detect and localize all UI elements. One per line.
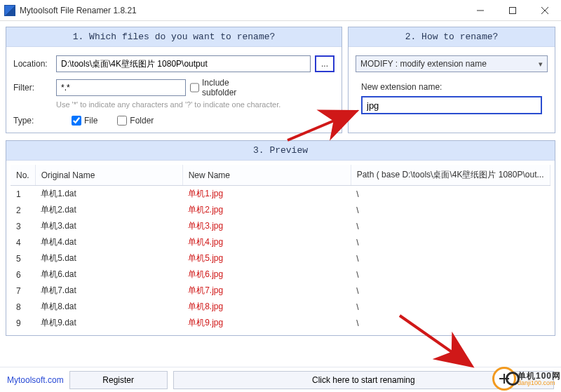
include-subfolder-checkbox[interactable]: Include subfolder	[190, 78, 229, 97]
vendor-link[interactable]: Mytoolsoft.com	[7, 375, 64, 385]
panel-preview: 3. Preview No. Original Name New Name Pa…	[6, 140, 555, 336]
location-label: Location:	[13, 59, 52, 69]
panel-how-title: 2. How to rename?	[349, 27, 555, 47]
cell-newname: 单机4.jpg	[182, 234, 351, 250]
include-subfolder-input[interactable]	[190, 83, 199, 93]
cell-original: 单机6.dat	[35, 266, 182, 283]
col-path-header[interactable]: Path ( base D:\tools\桌面\4K壁纸图片 1080P\out…	[351, 165, 550, 186]
table-row[interactable]: 3单机3.dat单机3.jpg\	[11, 218, 550, 234]
cell-newname: 单机2.jpg	[182, 202, 351, 218]
table-row[interactable]: 9单机9.dat单机9.jpg\	[11, 315, 550, 331]
type-file-label: File	[84, 116, 97, 126]
new-extension-label: New extension name:	[361, 82, 548, 92]
start-renaming-button[interactable]: Click here to start renaming	[173, 371, 554, 389]
cell-no: 5	[11, 250, 35, 266]
cell-path: \	[351, 315, 550, 331]
cell-original: 单机5.dat	[35, 250, 182, 266]
cell-no: 1	[11, 186, 35, 203]
cell-newname: 单机6.jpg	[182, 266, 351, 283]
cell-newname: 单机5.jpg	[182, 250, 351, 266]
cell-path: \	[351, 234, 550, 250]
cell-newname: 单机9.jpg	[182, 315, 351, 331]
type-folder-label: Folder	[130, 116, 154, 126]
cell-original: 单机3.dat	[35, 218, 182, 234]
table-row[interactable]: 1单机1.dat单机1.jpg\	[11, 186, 550, 203]
cell-no: 9	[11, 315, 35, 331]
cell-newname: 单机8.jpg	[182, 299, 351, 315]
svg-rect-1	[510, 7, 516, 13]
col-original-header[interactable]: Original Name	[35, 165, 182, 186]
cell-path: \	[351, 218, 550, 234]
cell-original: 单机2.dat	[35, 202, 182, 218]
cell-path: \	[351, 186, 550, 203]
register-button[interactable]: Register	[69, 371, 168, 389]
table-row[interactable]: 2单机2.dat单机2.jpg\	[11, 202, 550, 218]
panel-select-files-title: 1. Which files do you want to rename?	[6, 27, 342, 47]
include-subfolder-label: Include subfolder	[202, 78, 236, 97]
rename-mode-value: MODIFY : modify extension name	[360, 59, 487, 69]
type-folder-input[interactable]	[117, 116, 127, 126]
col-newname-header[interactable]: New Name	[182, 165, 351, 186]
cell-no: 4	[11, 234, 35, 250]
title-bar: Mytoolsoft File Renamer 1.8.21	[0, 0, 561, 21]
filter-label: Filter:	[13, 83, 52, 93]
minimize-button[interactable]	[464, 0, 496, 20]
cell-original: 单机7.dat	[35, 283, 182, 299]
cell-no: 6	[11, 266, 35, 283]
maximize-button[interactable]	[496, 0, 529, 20]
cell-no: 7	[11, 283, 35, 299]
close-button[interactable]	[529, 0, 561, 20]
cell-path: \	[351, 266, 550, 283]
app-icon	[4, 5, 15, 16]
rename-mode-select[interactable]: MODIFY : modify extension name ▾	[356, 55, 548, 72]
window-title: Mytoolsoft File Renamer 1.8.21	[20, 6, 464, 15]
cell-original: 单机9.dat	[35, 315, 182, 331]
panel-preview-title: 3. Preview	[6, 141, 555, 161]
table-row[interactable]: 4单机4.dat单机4.jpg\	[11, 234, 550, 250]
type-label: Type:	[13, 116, 52, 126]
col-no-header[interactable]: No.	[11, 165, 35, 186]
cell-original: 单机4.dat	[35, 234, 182, 250]
cell-no: 8	[11, 299, 35, 315]
cell-newname: 单机1.jpg	[182, 186, 351, 203]
panel-how-to-rename: 2. How to rename? MODIFY : modify extens…	[348, 27, 555, 133]
cell-path: \	[351, 202, 550, 218]
footer: Mytoolsoft.com Register Click here to st…	[0, 367, 561, 392]
type-file-checkbox[interactable]: File	[72, 116, 97, 126]
cell-original: 单机8.dat	[35, 299, 182, 315]
table-row[interactable]: 6单机6.dat单机6.jpg\	[11, 266, 550, 283]
cell-path: \	[351, 299, 550, 315]
table-row[interactable]: 8单机8.dat单机8.jpg\	[11, 299, 550, 315]
panel-select-files: 1. Which files do you want to rename? Lo…	[6, 27, 342, 133]
cell-path: \	[351, 283, 550, 299]
type-file-input[interactable]	[72, 116, 81, 126]
cell-path: \	[351, 250, 550, 266]
filter-hint: Use '*' to indicate any characters and '…	[56, 100, 334, 109]
type-folder-checkbox[interactable]: Folder	[117, 116, 154, 126]
preview-table: No. Original Name New Name Path ( base D…	[11, 165, 550, 331]
table-row[interactable]: 7单机7.dat单机7.jpg\	[11, 283, 550, 299]
chevron-down-icon: ▾	[539, 60, 543, 69]
table-row[interactable]: 5单机5.dat单机5.jpg\	[11, 250, 550, 266]
cell-no: 3	[11, 218, 35, 234]
cell-no: 2	[11, 202, 35, 218]
filter-input[interactable]	[56, 79, 186, 96]
browse-button[interactable]: ...	[315, 55, 334, 72]
cell-newname: 单机7.jpg	[182, 283, 351, 299]
new-extension-input[interactable]	[361, 96, 542, 114]
cell-original: 单机1.dat	[35, 186, 182, 203]
location-input[interactable]	[56, 55, 311, 72]
cell-newname: 单机3.jpg	[182, 218, 351, 234]
